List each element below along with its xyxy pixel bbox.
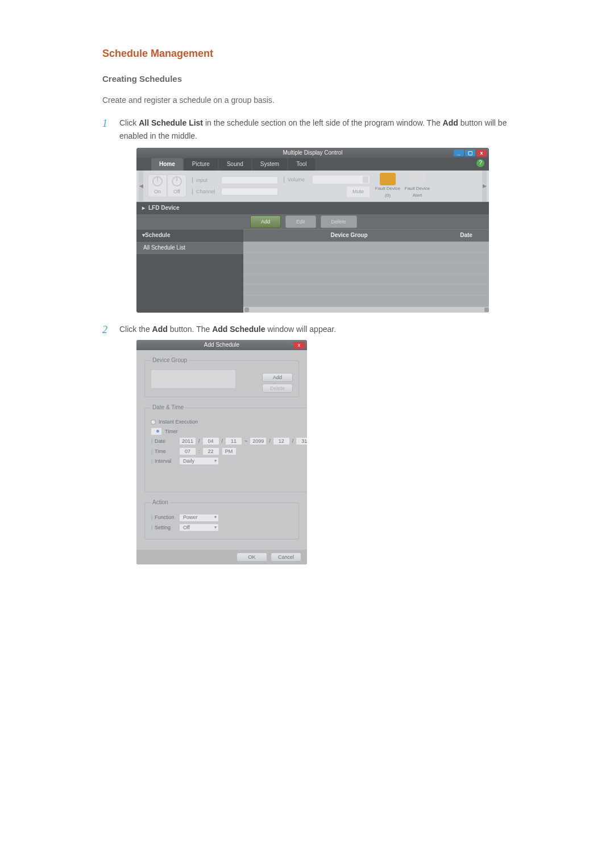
divider: ∣ (191, 176, 194, 185)
setting-select[interactable]: Off (179, 524, 219, 531)
label: On (154, 188, 161, 196)
sep: / (292, 437, 294, 445)
delete-button[interactable]: Delete (321, 215, 357, 228)
tilde: ~ (244, 437, 247, 445)
fault-alert-label[interactable]: Fault Device Alert (404, 185, 431, 200)
dialog-footer: OK Cancel (136, 550, 307, 564)
fault-device-label[interactable]: Fault Device (0) (374, 185, 401, 200)
t: window will appear. (265, 325, 337, 334)
function-select[interactable]: Power (179, 514, 219, 522)
schedule-table-header: Device Group Date (243, 229, 489, 242)
setting-row: ∣Setting Off (151, 524, 293, 531)
radio-label: Timer (165, 427, 178, 435)
ribbon-controls: ◀ On Off ∣ Input (136, 171, 489, 202)
window-maximize-button[interactable]: ▢ (465, 149, 475, 156)
volume-knob[interactable] (363, 176, 368, 183)
t: button. The (168, 325, 212, 334)
intro-text: Create and register a schedule on a grou… (102, 94, 512, 106)
help-icon[interactable]: ? (476, 159, 484, 167)
volume-slider[interactable] (313, 176, 370, 184)
step-1: 1 Click All Schedule List in the schedul… (102, 117, 512, 313)
window-minimize-button[interactable]: _ (454, 149, 464, 156)
tab-system[interactable]: System (252, 158, 287, 171)
date-row: ∣Date 2011 / 04 / 11 ~ 2099 / 12 / 31 (151, 437, 307, 445)
interval-select[interactable]: Daily (179, 457, 219, 465)
tab-tool[interactable]: Tool (288, 158, 314, 171)
fieldset-action: Action ∣Function Power ∣Setting Off (144, 498, 299, 539)
mute-button[interactable]: Mute (347, 186, 370, 197)
add-button[interactable]: Add (250, 215, 281, 228)
date-from-month[interactable]: 04 (202, 437, 219, 445)
date-from-day[interactable]: 11 (225, 437, 242, 445)
tab-home[interactable]: Home (151, 158, 183, 171)
divider: ∣ (191, 187, 194, 196)
step-text: Click the Add button. The Add Schedule w… (119, 325, 336, 334)
col-date: Date (449, 231, 483, 240)
time-minute[interactable]: 22 (202, 447, 219, 455)
col-device-group: Device Group (249, 231, 449, 240)
device-group-listbox[interactable] (151, 369, 236, 389)
scroll-thumb-right[interactable] (484, 308, 489, 312)
device-group-delete-button[interactable]: Delete (262, 384, 293, 393)
time-label: Time (155, 447, 166, 455)
radio-icon-selected (151, 427, 162, 435)
label: Off (173, 188, 180, 196)
input-select[interactable] (221, 176, 278, 184)
sep: / (269, 437, 271, 445)
radio-timer[interactable]: Timer (151, 427, 307, 435)
ribbon-nav-right[interactable]: ▶ (482, 171, 487, 202)
subsection-heading: Creating Schedules (102, 72, 512, 86)
ribbon-nav-left[interactable]: ◀ (139, 171, 143, 202)
edit-button[interactable]: Edit (285, 215, 316, 228)
time-ampm[interactable]: PM (222, 447, 237, 455)
interval-row: ∣Interval Daily (151, 457, 307, 465)
channel-label: Channel (196, 188, 219, 196)
date-to-month[interactable]: 12 (273, 437, 290, 445)
window-title: Multiple Display Control (140, 148, 486, 157)
cancel-button[interactable]: Cancel (271, 553, 301, 562)
step-text: Click All Schedule List in the schedule … (119, 118, 507, 140)
dialog-close-button[interactable]: x (293, 342, 305, 348)
power-icon (152, 176, 163, 186)
schedule-table: Device Group Date (243, 229, 489, 313)
function-row: ∣Function Power (151, 513, 293, 521)
window-titlebar: Multiple Display Control _ ▢ x (136, 148, 489, 158)
window-close-button[interactable]: x (476, 149, 487, 156)
date-from-year[interactable]: 2011 (179, 437, 196, 445)
sep: / (222, 437, 223, 445)
panel-title: LFD Device (148, 203, 179, 213)
panel-schedule-header[interactable]: ▾ Schedule (136, 229, 243, 242)
function-label: Function (155, 513, 175, 521)
date-to-day[interactable]: 31 (296, 437, 307, 445)
time-hour[interactable]: 07 (179, 447, 196, 455)
t: Click (119, 118, 139, 127)
divider: ∣ (283, 175, 285, 184)
interval-label: Interval (155, 457, 172, 465)
panel-title: Schedule (145, 231, 170, 240)
volume-label: Volume (288, 176, 310, 184)
date-to-year[interactable]: 2099 (250, 437, 267, 445)
scroll-thumb-left[interactable] (244, 308, 249, 312)
dialog-titlebar: Add Schedule x (136, 340, 307, 350)
schedule-side-panel: ▾ Schedule All Schedule List (136, 229, 243, 313)
fault-device-icon (380, 173, 396, 185)
dialog-add-schedule: Add Schedule x Device Group Add Delete D… (136, 340, 307, 564)
panel-lfd-device-header[interactable]: ▸ LFD Device (136, 202, 489, 214)
legend: Device Group (151, 356, 189, 365)
channel-stepper[interactable] (221, 188, 278, 196)
device-group-add-button[interactable]: Add (262, 373, 293, 382)
tab-picture[interactable]: Picture (184, 158, 218, 171)
horizontal-scrollbar[interactable] (243, 307, 489, 313)
tab-sound[interactable]: Sound (219, 158, 251, 171)
power-on-button[interactable]: On (148, 175, 167, 197)
sidebar-item-all-schedule-list[interactable]: All Schedule List (136, 242, 243, 254)
b: Add Schedule (212, 325, 265, 334)
ok-button[interactable]: OK (237, 553, 267, 562)
radio-instant-execution[interactable]: Instant Execution (151, 418, 307, 426)
app-window-mdc: Multiple Display Control _ ▢ x Home Pict… (136, 148, 489, 313)
sep: : (198, 447, 200, 455)
power-off-button[interactable]: Off (167, 175, 186, 197)
input-label: Input (196, 176, 219, 184)
schedule-table-body (243, 242, 489, 313)
radio-icon (151, 420, 156, 425)
